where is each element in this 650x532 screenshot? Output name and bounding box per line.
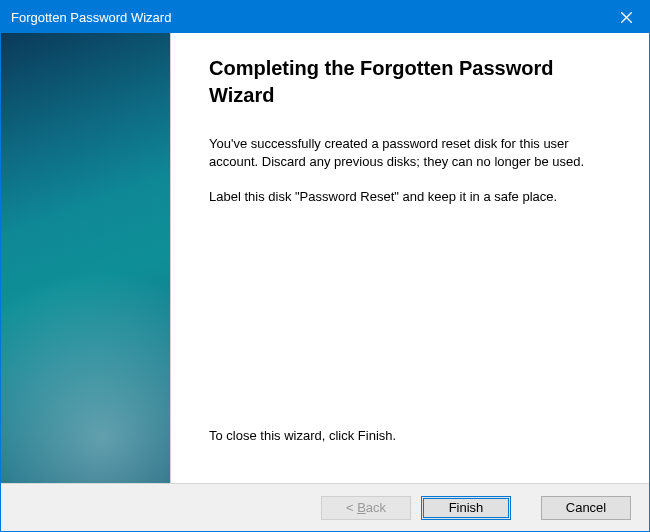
back-button-label: < Back <box>346 500 386 515</box>
finish-button-label: Finish <box>449 500 484 515</box>
back-button: < Back <box>321 496 411 520</box>
wizard-content: Completing the Forgotten Password Wizard… <box>171 33 649 483</box>
body-text-1: You've successfully created a password r… <box>209 135 611 170</box>
page-title: Completing the Forgotten Password Wizard <box>209 55 611 109</box>
close-icon <box>621 12 632 23</box>
titlebar: Forgotten Password Wizard <box>1 1 649 33</box>
wizard-sidebar-image <box>1 33 171 483</box>
wizard-window: Forgotten Password Wizard Completing the… <box>0 0 650 532</box>
wizard-body: Completing the Forgotten Password Wizard… <box>1 33 649 483</box>
body-text-2: Label this disk "Password Reset" and kee… <box>209 188 611 206</box>
cancel-button[interactable]: Cancel <box>541 496 631 520</box>
finish-button[interactable]: Finish <box>421 496 511 520</box>
wizard-footer: < Back Finish Cancel <box>1 483 649 531</box>
close-button[interactable] <box>604 1 649 33</box>
window-title: Forgotten Password Wizard <box>11 10 171 25</box>
close-hint-text: To close this wizard, click Finish. <box>209 427 611 445</box>
cancel-button-label: Cancel <box>566 500 606 515</box>
spacer <box>209 224 611 428</box>
